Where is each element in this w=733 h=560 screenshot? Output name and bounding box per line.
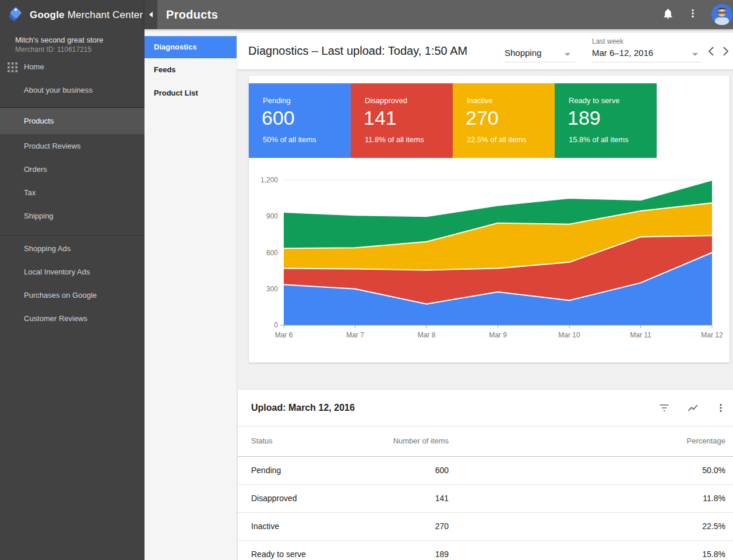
sidebar-divider xyxy=(0,107,145,108)
upload-table-card: Upload: March 12, 2016 Status Number of … xyxy=(238,390,733,560)
sidebar-divider xyxy=(0,235,145,236)
subnav-item-diagnostics[interactable]: Diagnostics xyxy=(145,36,237,58)
more-options-button[interactable] xyxy=(684,0,702,29)
row-items: 600 xyxy=(361,456,449,484)
page-header: Diagnostics – Last upload: Today, 1:50 A… xyxy=(237,33,733,69)
tile-subtext: 11.8% of all items xyxy=(365,135,424,144)
tile-subtext: 50% of all items xyxy=(263,135,316,144)
svg-text:Mar 11: Mar 11 xyxy=(630,331,651,339)
row-items: 141 xyxy=(361,484,449,512)
summary-tile-pending[interactable]: Pending 600 50% of all items xyxy=(249,83,351,158)
store-name: Mitch's second great store xyxy=(15,36,103,44)
previous-week-button[interactable] xyxy=(704,33,718,69)
filter-icon xyxy=(658,402,670,414)
sidebar-item-tax[interactable]: Tax xyxy=(0,181,145,205)
svg-text:Mar 10: Mar 10 xyxy=(558,331,580,339)
diagnostics-chart-card: Pending 600 50% of all items Disapproved… xyxy=(249,76,730,362)
sidebar-item-shopping-ads[interactable]: Shopping Ads xyxy=(0,237,145,260)
table-row-ready-to-serve[interactable]: Ready to serve 189 15.8% xyxy=(238,540,733,560)
subnav-item-feeds[interactable]: Feeds xyxy=(145,58,237,82)
notifications-button[interactable] xyxy=(657,0,678,29)
select-underline xyxy=(505,62,575,62)
products-subnav: Diagnostics Feeds Product List xyxy=(145,29,237,560)
sidebar-item-home[interactable]: Home xyxy=(0,55,145,79)
column-header-status: Status xyxy=(251,426,273,456)
brand-name: Google Merchant Center xyxy=(30,9,143,21)
tile-label: Ready to serve xyxy=(569,96,619,105)
tile-value: 600 xyxy=(262,107,295,129)
column-header-percentage: Percentage xyxy=(687,426,726,456)
date-range-select[interactable]: Last week Mar 6–12, 2016 xyxy=(592,33,701,69)
date-range-label: Last week xyxy=(592,37,623,45)
svg-text:Mar 7: Mar 7 xyxy=(346,331,364,339)
kebab-icon xyxy=(688,8,698,21)
svg-text:1,200: 1,200 xyxy=(260,176,278,184)
subnav-item-product-list[interactable]: Product List xyxy=(145,82,237,105)
tile-subtext: 15.8% of all items xyxy=(569,135,629,144)
sidebar-item-orders[interactable]: Orders xyxy=(0,158,145,181)
row-percentage: 11.8% xyxy=(703,484,725,512)
collapse-subnav-button[interactable] xyxy=(145,0,157,29)
row-items: 189 xyxy=(361,540,449,560)
line-chart-icon xyxy=(687,402,699,414)
account-avatar[interactable] xyxy=(710,0,733,29)
row-status: Disapproved xyxy=(251,484,297,512)
sidebar-item-customer-reviews[interactable]: Customer Reviews xyxy=(0,307,145,330)
sidebar-item-local-inventory-ads[interactable]: Local Inventory Ads xyxy=(0,260,145,284)
table-row-pending[interactable]: Pending 600 50.0% xyxy=(238,456,733,484)
row-percentage: 50.0% xyxy=(702,456,725,484)
top-bar-title: Products xyxy=(166,0,218,29)
top-bar: Products xyxy=(145,0,733,29)
table-row-disapproved[interactable]: Disapproved 141 11.8% xyxy=(238,484,733,512)
row-percentage: 15.8% xyxy=(702,540,725,560)
chart-view-button[interactable] xyxy=(684,399,702,417)
diagnostics-chart: Mar 6Mar 7Mar 8Mar 9Mar 10Mar 11Mar 1203… xyxy=(249,174,730,355)
date-range-value: Mar 6–12, 2016 xyxy=(592,48,653,58)
tile-value: 189 xyxy=(568,107,601,129)
chevron-right-icon xyxy=(723,47,730,56)
merchant-id: Merchant ID: 110617215 xyxy=(15,45,91,54)
row-percentage: 22.5% xyxy=(702,512,725,540)
tile-subtext: 22.5% of all items xyxy=(467,135,527,144)
svg-text:0: 0 xyxy=(274,321,278,329)
column-header-number-of-items: Number of items xyxy=(361,426,449,456)
summary-tile-inactive[interactable]: Inactive 270 22.5% of all items xyxy=(453,83,555,158)
svg-text:Mar 12: Mar 12 xyxy=(701,331,723,339)
row-status: Ready to serve xyxy=(251,540,306,560)
tile-label: Pending xyxy=(263,96,291,105)
chevron-down-icon xyxy=(565,53,570,56)
sidebar-item-about-your-business[interactable]: About your business xyxy=(0,79,145,102)
brand: Google Merchant Center xyxy=(8,6,143,24)
bell-icon xyxy=(662,8,674,22)
sidebar-item-purchases-on-google[interactable]: Purchases on Google xyxy=(0,284,145,307)
sidebar-item-shipping[interactable]: Shipping xyxy=(0,205,145,228)
svg-text:Mar 6: Mar 6 xyxy=(275,331,293,339)
row-items: 270 xyxy=(361,512,449,540)
merchant-center-tag-icon xyxy=(8,6,24,24)
kebab-icon xyxy=(716,403,726,413)
summary-tile-ready-to-serve[interactable]: Ready to serve 189 15.8% of all items xyxy=(555,83,657,158)
chevron-left-icon xyxy=(707,47,714,56)
summary-tile-disapproved[interactable]: Disapproved 141 11.8% of all items xyxy=(351,83,453,158)
svg-text:Mar 9: Mar 9 xyxy=(489,331,507,339)
sidebar-item-product-reviews[interactable]: Product Reviews xyxy=(0,135,145,158)
svg-text:900: 900 xyxy=(266,212,278,220)
row-status: Inactive xyxy=(251,512,279,540)
page-title: Diagnostics – Last upload: Today, 1:50 A… xyxy=(248,33,467,69)
table-row-inactive[interactable]: Inactive 270 22.5% xyxy=(238,512,733,540)
next-week-button[interactable] xyxy=(719,33,733,69)
tile-label: Inactive xyxy=(467,96,493,105)
destination-select[interactable]: Shopping xyxy=(505,33,575,69)
table-more-options-button[interactable] xyxy=(712,399,730,417)
sidebar-item-products[interactable]: Products xyxy=(0,108,145,134)
svg-text:300: 300 xyxy=(266,285,278,293)
collapse-arrow-icon xyxy=(149,9,153,20)
divider xyxy=(238,426,733,427)
svg-text:600: 600 xyxy=(266,249,278,257)
upload-table-title: Upload: March 12, 2016 xyxy=(251,390,355,426)
filter-button[interactable] xyxy=(656,399,673,417)
chevron-down-icon xyxy=(692,53,698,56)
svg-text:Mar 8: Mar 8 xyxy=(418,331,436,339)
main-sidebar: Google Merchant Center Mitch's second gr… xyxy=(0,0,145,560)
tile-value: 141 xyxy=(364,107,397,129)
